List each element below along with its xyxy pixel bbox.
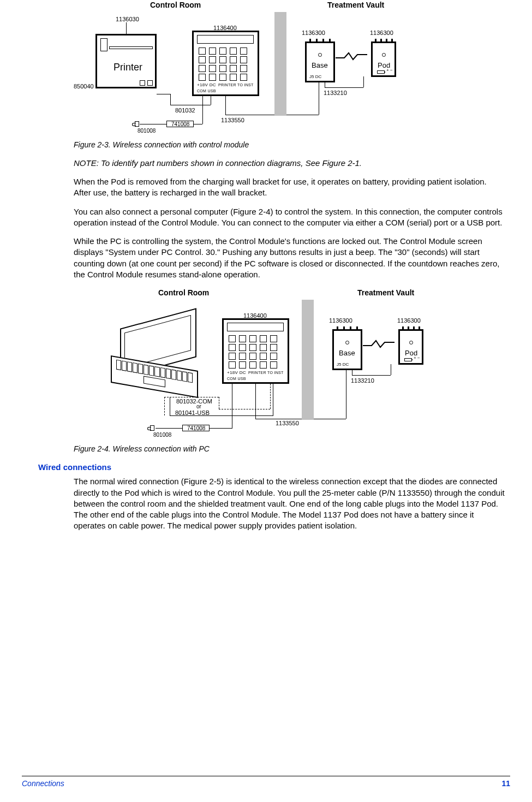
pn-base-link: 1133210 <box>324 89 347 97</box>
label-control-room: Control Room <box>150 0 201 10</box>
wireless-link-icon <box>363 339 394 349</box>
body-paragraph: The normal wired connection (Figure 2-5)… <box>74 476 505 531</box>
body-paragraph: While the PC is controlling the system, … <box>74 236 505 280</box>
page-footer: Connections 11 <box>22 776 510 789</box>
footer-page-number: 11 <box>501 779 510 789</box>
power-plug-icon <box>150 425 154 431</box>
figure-2-3-caption: Figure 2-3. Wireless connection with con… <box>74 140 505 150</box>
pn-printer-box: 850040 <box>74 82 94 91</box>
pn-module-cable: 801032 <box>175 106 195 115</box>
pod-box: Pod + − <box>398 329 423 365</box>
figure-2-4-diagram: Control Room Treatment Vault 1136400 +18… <box>74 288 505 441</box>
pn-usb: 801041-USB <box>175 409 210 417</box>
wall-icon <box>302 300 314 420</box>
pn-pod: 1136300 <box>370 29 393 37</box>
pn-long-cable: 1133550 <box>221 116 244 124</box>
indicator-icon <box>345 341 349 344</box>
indicator-icon <box>409 341 413 344</box>
wall-icon <box>274 12 286 116</box>
keypad <box>199 47 247 81</box>
printer-box: Printer <box>95 34 157 88</box>
pn-adapter: 741008 <box>187 425 205 432</box>
battery-icon <box>404 358 412 361</box>
pod-box: Pod + − <box>371 41 396 77</box>
keypad <box>229 335 277 369</box>
base-box: Base J5 DC <box>332 329 362 370</box>
control-module-box: +18V DC PRINTER TO INST COM USB <box>222 318 289 384</box>
base-box: Base J5 DC <box>305 41 335 82</box>
battery-icon <box>377 70 385 74</box>
pn-adapter-cable: 801008 <box>138 127 156 135</box>
pn-com: 801032-COM <box>176 397 212 406</box>
pn-adapter: 741008 <box>171 121 189 128</box>
printer-label: Printer <box>113 61 142 74</box>
section-heading-wired: Wired connections <box>38 462 510 473</box>
label-treatment-vault: Treatment Vault <box>327 0 384 10</box>
pn-long-cable: 1133550 <box>276 419 299 427</box>
indicator-icon <box>318 53 322 57</box>
pn-pod: 1136300 <box>397 317 421 325</box>
wireless-link-icon <box>336 51 367 61</box>
note-text: NOTE: To identify part numbers shown in … <box>74 158 505 169</box>
port-labels: +18V DC PRINTER TO INST COM USB <box>197 82 258 93</box>
pn-base-link: 1133210 <box>351 377 374 385</box>
figure-2-4-caption: Figure 2-4. Wireless connection with PC <box>74 444 505 454</box>
port-labels: +18V DC PRINTER TO INST COM USB <box>227 370 288 381</box>
control-module-box: +18V DC PRINTER TO INST COM USB <box>192 31 259 96</box>
indicator-icon <box>382 53 386 57</box>
pn-adapter-cable: 801008 <box>153 431 171 439</box>
footer-section: Connections <box>22 779 64 789</box>
pn-printer: 1136030 <box>116 15 139 23</box>
power-plug-icon <box>135 121 139 127</box>
body-paragraph: When the Pod is removed from the chargin… <box>74 176 505 199</box>
label-control-room: Control Room <box>158 288 209 298</box>
pn-base: 1136300 <box>329 317 352 325</box>
figure-2-3-diagram: Control Room Treatment Vault 1136030 Pri… <box>74 0 505 136</box>
body-paragraph: You can also connect a personal computer… <box>74 206 505 229</box>
pn-base: 1136300 <box>302 29 325 37</box>
label-treatment-vault: Treatment Vault <box>357 288 414 298</box>
